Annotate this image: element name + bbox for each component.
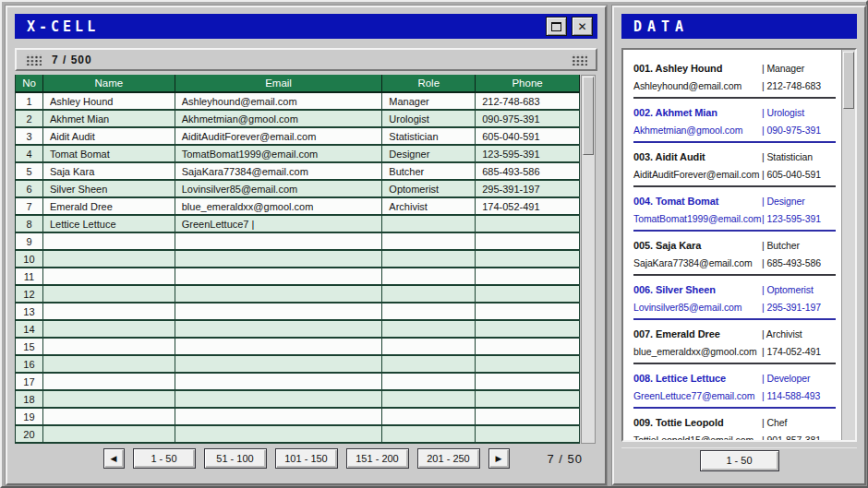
cell-name-row19[interactable] [43,409,175,424]
list-scrollbar[interactable] [841,50,855,440]
cell-no-row18[interactable]: 18 [16,391,43,407]
cell-phone-row13[interactable] [476,304,580,319]
cell-email-row2[interactable]: Akhmetmian@gmool.com [175,111,383,126]
cell-name-row4[interactable]: Tomat Bomat [43,146,175,161]
cell-no-row10[interactable]: 10 [16,251,43,267]
cell-role-row3[interactable]: Statistician [382,128,476,144]
cell-role-row12[interactable] [382,286,476,302]
cell-phone-row11[interactable] [476,268,580,284]
cell-email-row9[interactable] [175,233,383,249]
cell-role-row1[interactable]: Manager [382,93,476,109]
cell-name-row12[interactable] [43,286,175,302]
cell-role-row14[interactable] [382,321,476,337]
data-entry-003[interactable]: 003. Aidit Audit| StatisticianAiditAudit… [633,143,836,187]
cell-role-row20[interactable] [382,426,476,442]
cell-phone-row10[interactable] [476,251,580,267]
cell-name-row11[interactable] [43,268,175,284]
data-entry-001[interactable]: 001. Ashley Hound| ManagerAshleyhound@em… [633,54,836,99]
next-page-button[interactable]: ▶ [488,448,510,469]
column-header-no[interactable]: No [16,75,43,91]
cell-phone-row2[interactable]: 090-975-391 [476,111,580,126]
cell-name-row10[interactable] [43,251,175,267]
data-entry-007[interactable]: 007. Emerald Dree| Archivistblue_emerald… [633,320,836,364]
cell-no-row4[interactable]: 4 [16,146,43,161]
cell-no-row16[interactable]: 16 [16,356,43,372]
cell-email-row14[interactable] [175,321,383,337]
cell-name-row17[interactable] [43,374,175,389]
table-scrollbar-thumb[interactable] [583,77,594,155]
cell-no-row3[interactable]: 3 [16,128,43,144]
cell-name-row9[interactable] [43,233,175,249]
cell-no-row13[interactable]: 13 [16,304,43,319]
cell-phone-row15[interactable] [476,339,580,354]
column-header-name[interactable]: Name [43,75,175,91]
cell-name-row16[interactable] [43,356,175,372]
cell-no-row5[interactable]: 5 [16,163,43,179]
cell-role-row15[interactable] [382,339,476,354]
cell-role-row4[interactable]: Designer [382,146,476,161]
cell-name-row7[interactable]: Emerald Dree [43,198,175,214]
page-button-151-200[interactable]: 151 - 200 [346,448,409,469]
page-button-1-50[interactable]: 1 - 50 [133,448,196,469]
cell-role-row13[interactable] [382,304,476,319]
cell-email-row13[interactable] [175,304,383,319]
cell-name-row5[interactable]: Saja Kara [43,163,175,179]
cell-phone-row9[interactable] [476,233,580,249]
cell-no-row19[interactable]: 19 [16,409,43,424]
cell-name-row8[interactable]: Lettice Lettuce [43,216,175,232]
cell-email-row15[interactable] [175,339,383,354]
cell-role-row5[interactable]: Butcher [382,163,476,179]
cell-email-row5[interactable]: SajaKara77384@email.com [175,163,383,179]
cell-role-row16[interactable] [382,356,476,372]
cell-email-row18[interactable] [175,391,383,407]
cell-role-row18[interactable] [382,391,476,407]
close-button[interactable]: ✕ [572,17,593,36]
cell-no-row1[interactable]: 1 [16,93,43,109]
cell-role-row7[interactable]: Archivist [382,198,476,214]
grid-handle-icon-left[interactable] [25,54,42,65]
cell-email-row17[interactable] [175,374,383,389]
cell-role-row9[interactable] [382,233,476,249]
prev-page-button[interactable]: ◀ [103,448,125,469]
cell-name-row20[interactable] [43,426,175,442]
data-range-button[interactable]: 1 - 50 [700,450,779,471]
data-entry-002[interactable]: 002. Akhmet Mian| UrologistAkhmetmian@gm… [633,99,836,143]
data-titlebar[interactable]: DATA [621,14,857,39]
cell-no-row8[interactable]: 8 [16,216,43,232]
cell-phone-row1[interactable]: 212-748-683 [476,93,580,109]
cell-name-row1[interactable]: Ashley Hound [43,93,175,109]
cell-role-row19[interactable] [382,409,476,424]
cell-phone-row17[interactable] [476,374,580,389]
page-button-51-100[interactable]: 51 - 100 [204,448,267,469]
cell-name-row2[interactable]: Akhmet Mian [43,111,175,126]
cell-no-row15[interactable]: 15 [16,339,43,354]
cell-email-row11[interactable] [175,268,383,284]
cell-phone-row20[interactable] [476,426,580,442]
cell-no-row9[interactable]: 9 [16,233,43,249]
cell-role-row2[interactable]: Urologist [382,111,476,126]
cell-no-row14[interactable]: 14 [16,321,43,337]
cell-phone-row4[interactable]: 123-595-391 [476,146,580,161]
cell-email-row1[interactable]: Ashleyhound@email.com [175,93,383,109]
cell-role-row8[interactable] [382,216,476,232]
cell-email-row8[interactable]: GreenLettuce7 | [175,216,383,232]
cell-phone-row19[interactable] [476,409,580,424]
maximize-button[interactable] [546,17,567,36]
cell-phone-row7[interactable]: 174-052-491 [476,198,580,214]
cell-name-row13[interactable] [43,304,175,319]
cell-no-row7[interactable]: 7 [16,198,43,214]
cell-email-row19[interactable] [175,409,383,424]
cell-email-row12[interactable] [175,286,383,302]
cell-phone-row8[interactable] [476,216,580,232]
cell-email-row16[interactable] [175,356,383,372]
data-entry-004[interactable]: 004. Tomat Bomat| DesignerTomatBomat1999… [633,187,836,232]
cell-phone-row16[interactable] [476,356,580,372]
cell-no-row17[interactable]: 17 [16,374,43,389]
cell-phone-row3[interactable]: 605-040-591 [476,128,580,144]
data-entry-006[interactable]: 006. Silver Sheen| OptomeristLovinsilver… [633,276,836,320]
cell-name-row15[interactable] [43,339,175,354]
data-entry-005[interactable]: 005. Saja Kara| ButcherSajaKara77384@ema… [633,232,836,276]
data-entry-009[interactable]: 009. Tottie Leopold| ChefTottieLeopold15… [633,409,836,440]
cell-email-row20[interactable] [175,426,383,442]
cell-phone-row6[interactable]: 295-391-197 [476,181,580,196]
